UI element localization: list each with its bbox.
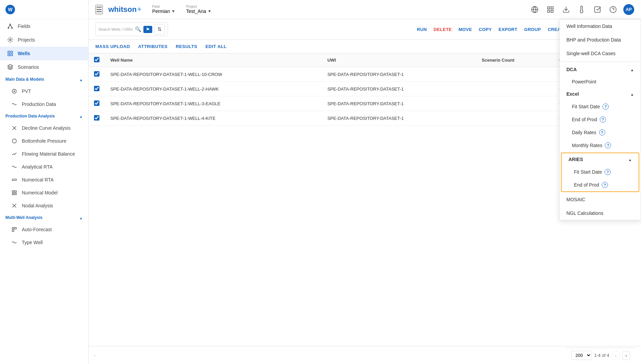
svg-rect-21 [12,227,14,229]
sidebar-item-nodal-analysis[interactable]: Nodal Analysis [0,199,88,212]
export-well-information-data[interactable]: Well Information Data [560,19,641,33]
select-all-header[interactable] [89,53,105,67]
row-checkbox-cell-2[interactable] [89,96,105,111]
copy-button[interactable]: COPY [477,26,494,33]
search-box[interactable]: Search Wells / UWIs 🔍 ⚑ ⇅ [95,22,168,36]
checkbox-icon-btn[interactable] [592,4,603,15]
excel-end-of-prod-help-icon[interactable]: ? [600,116,606,123]
section-production-data-analysis[interactable]: Production Data Analysis [0,111,88,122]
export-excel-fit-start-date[interactable]: Fit Start Date ? [560,100,641,113]
row-checkbox-cell-1[interactable] [89,82,105,96]
table-row: SPE-DATA-REPOSITORY-DATASET-1-WELL-4-KIT… [89,111,641,126]
svg-point-0 [10,24,11,25]
sidebar-item-projects[interactable]: Projects [0,33,88,47]
row-checkbox-2[interactable] [94,100,99,106]
sidebar-item-flowing-material-balance[interactable]: Flowing Material Balance [0,147,88,160]
run-button[interactable]: RUN [415,26,429,33]
svg-rect-25 [548,6,550,9]
daily-rates-help-icon[interactable]: ? [599,129,605,136]
project-dropdown[interactable]: Test_Ana ▼ [186,9,212,14]
sidebar-item-numerical-rta[interactable]: Numerical RTA [0,173,88,186]
per-page-select[interactable]: 200 100 50 [571,351,592,360]
aries-fit-start-date-help-icon[interactable]: ? [605,169,611,175]
export-ngl-calculations[interactable]: NGL Calculations [560,206,641,220]
group-button[interactable]: GROUP [522,26,543,33]
section-multi-well-analysis[interactable]: Multi-Well Analysis [0,212,88,223]
hamburger-button[interactable]: ☰ [95,5,103,14]
grid-icon-btn[interactable] [545,4,556,15]
export-mosaic[interactable]: MOSAIC [560,193,641,206]
help-icon-btn[interactable] [608,4,619,15]
sort-button[interactable]: ⇅ [154,24,165,34]
export-excel-daily-rates[interactable]: Daily Rates ? [560,126,641,139]
sidebar-item-fields[interactable]: Fields [0,19,88,33]
move-button[interactable]: MOVE [456,26,474,33]
mass-upload-button[interactable]: MASS UPLOAD [95,43,130,50]
aries-end-of-prod-help-icon[interactable]: ? [602,182,608,188]
sidebar-item-wells[interactable]: Wells [0,47,88,60]
export-dropdown-menu[interactable]: Well Information Data BHP and Production… [559,19,641,220]
monthly-rates-help-icon[interactable]: ? [605,142,611,148]
globe-icon-btn[interactable] [529,4,540,15]
export-bhp-production-data[interactable]: BHP and Production Data [560,33,641,47]
sidebar-item-analytical-rta[interactable]: Analytical RTA [0,160,88,173]
svg-rect-26 [551,6,553,9]
export-excel-section-header[interactable]: Excel [560,88,641,100]
export-single-well-dca[interactable]: Single-well DCA Cases [560,47,641,60]
svg-line-3 [9,25,10,28]
row-checkbox-cell-3[interactable] [89,111,105,126]
export-excel-end-of-prod[interactable]: End of Prod ? [560,113,641,126]
row-checkbox-1[interactable] [94,86,99,91]
sidebar-item-nodal-analysis-label: Nodal Analysis [22,203,53,208]
well-name-cell-3: SPE-DATA-REPOSITORY-DATASET-1-WELL-4-KIT… [105,111,322,126]
export-aries-fit-start-date[interactable]: Fit Start Date ? [562,165,639,178]
temperature-icon-btn[interactable] [576,4,587,15]
row-checkbox-3[interactable] [94,115,99,121]
section-main-data-models[interactable]: Main Data & Models [0,74,88,85]
sidebar-item-type-well[interactable]: Type Well [0,236,88,249]
export-aries-end-of-prod[interactable]: End of Prod ? [562,178,639,191]
production-data-icon [11,101,18,108]
field-dropdown[interactable]: Permian ▼ [152,9,175,14]
sidebar-item-decline-curve-analysis[interactable]: Decline Curve Analysis [0,122,88,134]
svg-rect-8 [8,54,10,56]
results-button[interactable]: RESULTS [176,43,197,50]
download-icon-btn[interactable] [561,4,572,15]
auto-forecast-icon [11,226,18,233]
well-name-cell-2: SPE-DATA-REPOSITORY-DATASET-1-WELL-3-EAG… [105,96,322,111]
topbar: ☰ whitson+ Field Permian ▼ Project Test_… [89,0,641,19]
pagination-next[interactable]: › [622,351,630,360]
uwi-cell-2: SPE-DATA-REPOSITORY-DATASET-1 [322,96,476,111]
sidebar-item-auto-forecast[interactable]: Auto-Forecast [0,223,88,236]
svg-rect-22 [15,227,16,229]
fit-start-date-help-icon[interactable]: ? [603,104,609,110]
select-all-checkbox[interactable] [94,57,99,62]
attributes-button[interactable]: ATTRIBUTES [138,43,168,50]
edit-all-button[interactable]: EDIT ALL [205,43,226,50]
svg-line-4 [10,25,12,28]
delete-button[interactable]: DELETE [432,26,454,33]
export-excel-monthly-rates[interactable]: Monthly Rates ? [560,139,641,152]
scenario-count-cell-2 [476,96,553,111]
row-checkbox-0[interactable] [94,71,99,77]
export-aries-section-header[interactable]: ARIES [562,153,639,165]
logo-icon: W [5,5,15,14]
svg-rect-9 [11,54,13,56]
export-button[interactable]: EXPORT [497,26,519,33]
topbar-right: AP [529,4,634,15]
svg-rect-28 [551,10,553,12]
user-avatar[interactable]: AP [623,4,634,15]
sidebar-item-pvt[interactable]: PVT [0,85,88,98]
export-dca-section-header[interactable]: DCA [560,63,641,76]
section-production-data-analysis-chevron [79,113,83,119]
sidebar-item-numerical-model[interactable]: Numerical Model [0,186,88,199]
nodal-analysis-icon [11,202,18,209]
export-dca-powerpoint[interactable]: PowerPoint [560,76,641,88]
sidebar-item-bottomhole-pressure[interactable]: Bottomhole Pressure [0,134,88,147]
sidebar-item-scenarios[interactable]: Scenarios [0,60,88,74]
svg-point-2 [12,28,13,29]
filter-button[interactable]: ⚑ [143,26,152,33]
row-checkbox-cell-0[interactable] [89,67,105,82]
pagination-prev[interactable]: ‹ [612,351,620,360]
sidebar-item-production-data[interactable]: Production Data [0,98,88,111]
